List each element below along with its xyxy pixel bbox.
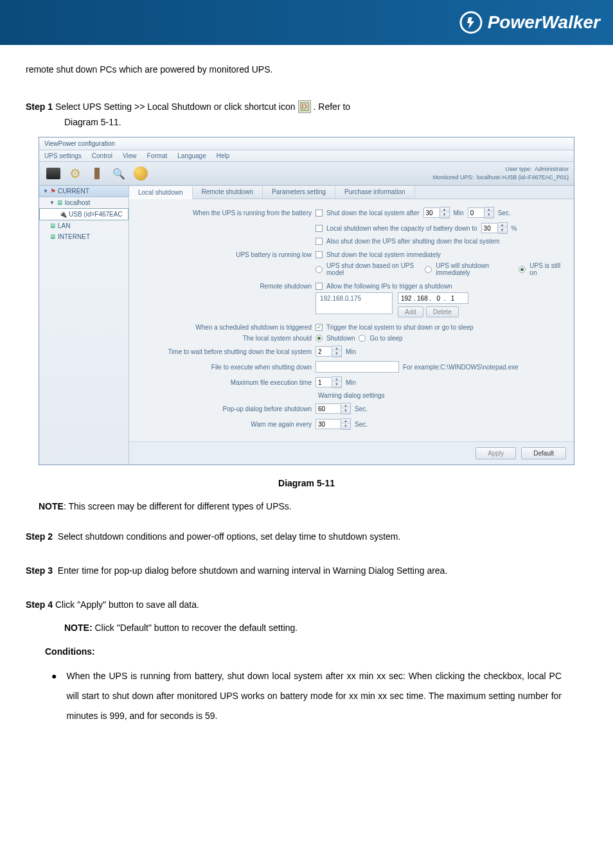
input-capacity[interactable] bbox=[481, 223, 498, 233]
step2: Step 2 Select shutdown conditions and po… bbox=[26, 527, 587, 545]
step1-line: Step 1 Select UPS Setting >> Local Shutd… bbox=[26, 100, 587, 113]
label-scheduled: When a scheduled shutdown is triggered bbox=[138, 324, 312, 331]
search-icon[interactable]: 🔍 bbox=[110, 164, 128, 182]
input-warn[interactable] bbox=[315, 419, 341, 429]
label-warn-sec: Sec. bbox=[355, 421, 368, 428]
spinner-max[interactable]: ▲▼ bbox=[332, 376, 342, 388]
step4-text: Click "Apply" button to save all data. bbox=[53, 599, 199, 610]
checkbox-shut-local[interactable] bbox=[315, 209, 323, 217]
tab-remote-shutdown[interactable]: Remote shutdown bbox=[193, 186, 263, 199]
tab-parameters[interactable]: Parameters setting bbox=[263, 186, 335, 199]
checkbox-shut-immediate[interactable] bbox=[315, 251, 323, 258]
label-min: Min bbox=[454, 209, 464, 217]
radio-shutdown[interactable] bbox=[315, 335, 323, 342]
listbox-ips[interactable]: 192.168.0.175 bbox=[315, 292, 393, 314]
spinner-min[interactable]: ▲▼ bbox=[440, 207, 450, 218]
label-battery-low: UPS battery is running low bbox=[138, 251, 312, 258]
step4: Step 4 Click "Apply" button to save all … bbox=[26, 596, 587, 614]
text-shut-local-after: Shut down the local system after bbox=[326, 209, 420, 217]
checkbox-trigger[interactable] bbox=[315, 324, 323, 331]
tabs: Local shutdown Remote shutdown Parameter… bbox=[129, 186, 574, 199]
bullet1-text: When the UPS is running from battery, sh… bbox=[66, 666, 562, 725]
radio-sleep[interactable] bbox=[359, 335, 366, 342]
step1-label: Step 1 bbox=[26, 102, 53, 112]
spinner-popup[interactable]: ▲▼ bbox=[341, 403, 351, 414]
spinner-wait[interactable]: ▲▼ bbox=[332, 346, 342, 357]
tab-local-shutdown[interactable]: Local shutdown bbox=[129, 186, 193, 199]
menu-view[interactable]: View bbox=[123, 152, 137, 159]
menu-control[interactable]: Control bbox=[92, 152, 112, 159]
input-popup[interactable] bbox=[315, 403, 341, 414]
radio-ups-still-on[interactable] bbox=[519, 266, 526, 273]
label-pct: % bbox=[511, 225, 517, 232]
step3: Step 3 Enter time for pop-up dialog befo… bbox=[26, 562, 587, 580]
tree-localhost[interactable]: ▼🖥localhost bbox=[39, 197, 129, 208]
gear-icon[interactable]: ⚙ bbox=[66, 164, 84, 182]
menu-language[interactable]: Language bbox=[177, 152, 206, 159]
checkbox-also-shut-ups[interactable] bbox=[315, 238, 323, 245]
spinner-capacity[interactable]: ▲▼ bbox=[498, 222, 508, 234]
radio-ups-model[interactable] bbox=[315, 266, 323, 273]
note-default: NOTE: Click "Default" button to recover … bbox=[64, 619, 587, 637]
sidebar-tree: ▼⚑CURRENT ▼🖥localhost 🔌USB (id=F467EAC 🖥… bbox=[39, 186, 129, 465]
text-ups-model: UPS shut down based on UPS model bbox=[326, 262, 421, 276]
label-max-time: Maximum file execution time bbox=[138, 379, 312, 386]
text-sleep: Go to sleep bbox=[369, 335, 402, 342]
text-allow-ip: Allow the following IPs to trigger a shu… bbox=[326, 283, 452, 290]
monitor-icon[interactable] bbox=[44, 164, 62, 182]
menu-ups-settings[interactable]: UPS settings bbox=[44, 152, 82, 159]
input-ip[interactable] bbox=[398, 292, 468, 304]
menu-format[interactable]: Format bbox=[147, 152, 168, 159]
label-max-min: Min bbox=[346, 379, 356, 386]
tree-current[interactable]: ▼⚑CURRENT bbox=[39, 186, 129, 197]
label-time-wait: Time to wait before shutting down the lo… bbox=[138, 348, 312, 355]
step2-text: Select shutdown conditions and power-off… bbox=[58, 531, 401, 542]
shortcut-icon bbox=[298, 100, 311, 113]
label-remote-shutdown: Remote shutdown bbox=[138, 283, 312, 290]
delete-button[interactable]: Delete bbox=[426, 306, 459, 317]
note2-text: Click "Default" button to recover the de… bbox=[93, 623, 298, 633]
input-min[interactable] bbox=[423, 208, 440, 218]
tower-icon[interactable] bbox=[88, 164, 106, 182]
menubar: UPS settings Control View Format Languag… bbox=[39, 150, 574, 162]
input-wait[interactable] bbox=[315, 346, 332, 357]
label-sec: Sec. bbox=[498, 209, 511, 217]
intro-paragraph: remote shut down PCs which are powered b… bbox=[26, 64, 587, 75]
note2-label: NOTE: bbox=[64, 623, 93, 633]
input-sec[interactable] bbox=[468, 208, 484, 218]
add-button[interactable]: Add bbox=[398, 306, 423, 317]
svg-rect-1 bbox=[301, 103, 308, 111]
checkbox-capacity[interactable] bbox=[315, 225, 323, 232]
brand-text: PowerWalker bbox=[488, 12, 600, 33]
form-panel: When the UPS is running from the battery… bbox=[129, 199, 574, 441]
tree-internet[interactable]: 🖥INTERNET bbox=[39, 231, 129, 242]
spinner-sec[interactable]: ▲▼ bbox=[484, 207, 494, 218]
tree-lan[interactable]: 🖥LAN bbox=[39, 220, 129, 231]
menu-help[interactable]: Help bbox=[217, 152, 230, 159]
text-capacity: Local shutdown when the capacity of batt… bbox=[326, 225, 477, 232]
spinner-warn[interactable]: ▲▼ bbox=[341, 418, 351, 430]
default-button[interactable]: Default bbox=[521, 447, 566, 459]
step1-text-before: Select UPS Setting >> Local Shutdown or … bbox=[55, 102, 296, 112]
tree-usb[interactable]: 🔌USB (id=F467EAC bbox=[39, 208, 129, 220]
label-popup-sec: Sec. bbox=[355, 405, 368, 412]
input-execute-file[interactable] bbox=[315, 361, 399, 373]
label-local-should: The local system should bbox=[138, 335, 312, 342]
tab-purchase[interactable]: Purchase information bbox=[335, 186, 415, 199]
user-type-label: User type: bbox=[505, 166, 531, 172]
checkbox-allow-ip[interactable] bbox=[315, 283, 323, 290]
user-type-value: Administrator bbox=[535, 166, 569, 172]
step2-label: Step 2 bbox=[26, 531, 53, 542]
text-also-shut: Also shut down the UPS after shutting do… bbox=[326, 238, 500, 245]
radio-ups-immediate[interactable] bbox=[425, 266, 432, 273]
label-wait-min: Min bbox=[346, 348, 356, 355]
apply-button[interactable]: Apply bbox=[475, 447, 516, 459]
app-window: ViewPower configuration UPS settings Con… bbox=[39, 137, 574, 465]
heading-warning: Warning dialog settings bbox=[318, 392, 565, 399]
svg-rect-2 bbox=[94, 168, 100, 179]
diagram-reference: Diagram 5-11. bbox=[64, 117, 587, 127]
text-example: For example:C:\WINDOWS\notepad.exe bbox=[403, 364, 519, 371]
note1-text: : This screen may be different for diffe… bbox=[64, 501, 292, 511]
status-circle-icon[interactable] bbox=[132, 164, 150, 182]
input-max[interactable] bbox=[315, 377, 332, 387]
